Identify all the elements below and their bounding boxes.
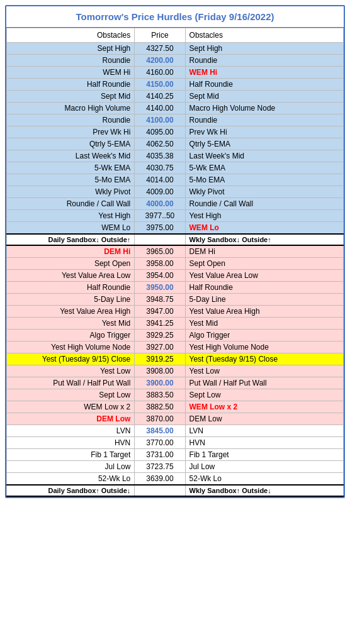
cell-right: 5-Day Line [185, 294, 343, 306]
cell-price: 3908.00 [135, 365, 185, 377]
sandbox1-price [135, 234, 185, 245]
cell-right: Put Wall / Half Put Wall [185, 377, 343, 389]
cell-right: Sept Open [185, 258, 343, 270]
cell-left: Yest Mid [7, 318, 135, 330]
page-title: Tomorrow's Price Hurdles (Friday 9/16/20… [6, 6, 344, 28]
table-row: LVN3845.00LVN [7, 425, 344, 437]
table-row: Yest Value Area Low3954.00Yest Value Are… [7, 270, 344, 282]
cell-price: 3770.00 [135, 437, 185, 449]
table-row: Algo Trigger3929.25Algo Trigger [7, 330, 344, 341]
price-table: Obstacles Price Obstacles Sept High4327.… [6, 28, 344, 497]
cell-right: Macro High Volume Node [185, 103, 343, 114]
cell-left: Yest Value Area High [7, 306, 135, 318]
table-row: 52-Wk Lo3639.0052-Wk Lo [7, 473, 344, 486]
cell-price: 3947.00 [135, 306, 185, 318]
cell-left: Roundie [7, 114, 135, 126]
header-price: Price [135, 28, 185, 43]
cell-left: WEM Low x 2 [7, 401, 135, 413]
cell-right: Half Roundie [185, 282, 343, 294]
cell-right: LVN [185, 425, 343, 437]
table-row: Jul Low3723.75Jul Low [7, 461, 344, 473]
cell-price: 4014.00 [135, 174, 185, 186]
cell-price: 4009.00 [135, 186, 185, 198]
table-row: Macro High Volume4140.00Macro High Volum… [7, 103, 344, 114]
cell-left: Qtrly 5-EMA [7, 138, 135, 150]
cell-right: WEM Hi [185, 67, 343, 79]
cell-price: 4140.25 [135, 91, 185, 103]
cell-price: 4030.75 [135, 162, 185, 174]
table-row: Roundie4200.00Roundie [7, 55, 344, 67]
sandbox2-right: Wkly Sandbox↑ Outside↓ [185, 485, 343, 496]
cell-left: Half Roundie [7, 79, 135, 91]
cell-left: HVN [7, 437, 135, 449]
cell-price: 3950.00 [135, 282, 185, 294]
cell-right: Yest Value Area Low [185, 270, 343, 282]
cell-left: Macro High Volume [7, 103, 135, 114]
table-row: 5-Wk EMA4030.755-Wk EMA [7, 162, 344, 174]
cell-price: 3900.00 [135, 377, 185, 389]
cell-right: DEM Hi [185, 245, 343, 258]
cell-left: Last Week's Mid [7, 150, 135, 162]
cell-price: 3941.25 [135, 318, 185, 330]
cell-right: Yest High Volume Node [185, 341, 343, 353]
cell-price: 3929.25 [135, 330, 185, 341]
cell-left: Sept High [7, 43, 135, 55]
cell-right: HVN [185, 437, 343, 449]
cell-left: Yest High Volume Node [7, 341, 135, 353]
cell-left: LVN [7, 425, 135, 437]
cell-left: Fib 1 Target [7, 449, 135, 461]
cell-right: WEM Lo [185, 222, 343, 235]
cell-right: Half Roundie [185, 79, 343, 91]
cell-left: Roundie [7, 55, 135, 67]
cell-price: 3948.75 [135, 294, 185, 306]
cell-left: WEM Lo [7, 222, 135, 235]
cell-price: 4200.00 [135, 55, 185, 67]
cell-right: WEM Low x 2 [185, 401, 343, 413]
cell-right: Fib 1 Target [185, 449, 343, 461]
sandbox-row-2: Daily Sandbox↑ Outside↓Wkly Sandbox↑ Out… [7, 485, 344, 496]
table-row: Yest Low3908.00Yest Low [7, 365, 344, 377]
table-row: Yest Value Area High3947.00Yest Value Ar… [7, 306, 344, 318]
table-row: Half Roundie3950.00Half Roundie [7, 282, 344, 294]
cell-right: DEM Low [185, 413, 343, 425]
cell-price: 4327.50 [135, 43, 185, 55]
cell-left: 5-Wk EMA [7, 162, 135, 174]
table-row: Last Week's Mid4035.38Last Week's Mid [7, 150, 344, 162]
sandbox2-price [135, 485, 185, 496]
header-obstacles-right: Obstacles [185, 28, 343, 43]
table-row: WEM Lo3975.00WEM Lo [7, 222, 344, 235]
table-row: WEM Hi4160.00WEM Hi [7, 67, 344, 79]
cell-price: 3919.25 [135, 353, 185, 365]
table-body: Sept High4327.50Sept HighRoundie4200.00R… [7, 43, 344, 497]
table-row: DEM Hi3965.00DEM Hi [7, 245, 344, 258]
cell-left: Sept Mid [7, 91, 135, 103]
sandbox-row-1: Daily Sandbox↓ Outside↑Wkly Sandbox↓ Out… [7, 234, 344, 245]
table-row: Sept High4327.50Sept High [7, 43, 344, 55]
sandbox2-left: Daily Sandbox↑ Outside↓ [7, 485, 135, 496]
table-row: Yest High Volume Node3927.00Yest High Vo… [7, 341, 344, 353]
table-row: WEM Low x 23882.50WEM Low x 2 [7, 401, 344, 413]
cell-price: 4062.50 [135, 138, 185, 150]
cell-price: 4160.00 [135, 67, 185, 79]
cell-left: Sept Low [7, 389, 135, 401]
cell-price: 3639.00 [135, 473, 185, 486]
cell-left: 5-Mo EMA [7, 174, 135, 186]
table-row: Roundie / Call Wall4000.00Roundie / Call… [7, 198, 344, 210]
table-row: Roundie4100.00Roundie [7, 114, 344, 126]
table-row: Prev Wk Hi4095.00Prev Wk Hi [7, 126, 344, 138]
header-obstacles-left: Obstacles [7, 28, 135, 43]
table-row: Sept Open3958.00Sept Open [7, 258, 344, 270]
cell-price: 4140.00 [135, 103, 185, 114]
table-row: Sept Low3883.50Sept Low [7, 389, 344, 401]
cell-left: Jul Low [7, 461, 135, 473]
cell-price: 3977..50 [135, 210, 185, 222]
cell-left: DEM Low [7, 413, 135, 425]
cell-price: 3883.50 [135, 389, 185, 401]
table-row: Qtrly 5-EMA4062.50Qtrly 5-EMA [7, 138, 344, 150]
cell-right: Yest Low [185, 365, 343, 377]
cell-price: 4100.00 [135, 114, 185, 126]
sandbox1-left: Daily Sandbox↓ Outside↑ [7, 234, 135, 245]
cell-right: 5-Wk EMA [185, 162, 343, 174]
cell-left: Roundie / Call Wall [7, 198, 135, 210]
table-row: 5-Day Line3948.755-Day Line [7, 294, 344, 306]
